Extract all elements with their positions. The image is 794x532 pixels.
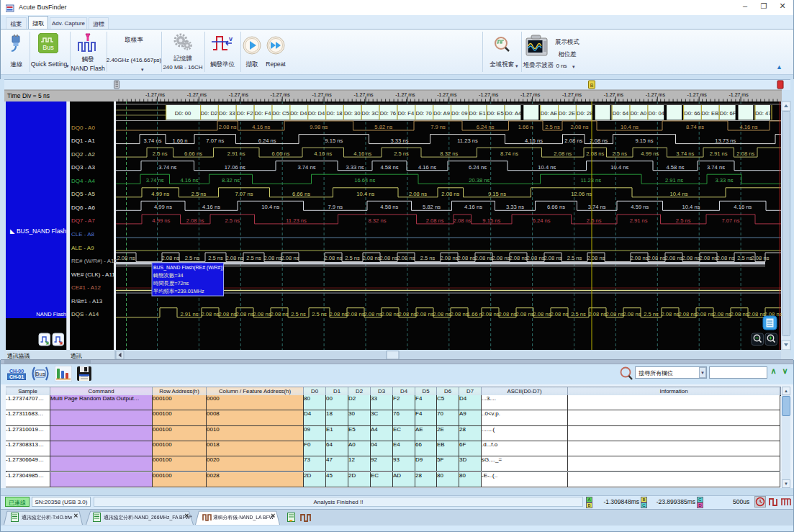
svg-text:9.15 ns: 9.15 ns — [482, 217, 500, 224]
svg-text:D0: 28: D0: 28 — [577, 110, 592, 117]
svg-text:4.99 ns: 4.99 ns — [151, 191, 169, 197]
svg-text:8.32 ns: 8.32 ns — [369, 217, 387, 224]
svg-text:RE# (W/R#) - A10: RE# (W/R#) - A10 — [71, 258, 118, 264]
svg-text:2.08 ns: 2.08 ns — [271, 311, 289, 317]
svg-text:2.08 ns: 2.08 ns — [713, 311, 731, 317]
svg-text:17.06 ns: 17.06 ns — [225, 164, 245, 171]
svg-text:2.08 ns: 2.08 ns — [347, 311, 365, 317]
svg-text:2.08 ns: 2.08 ns — [736, 150, 754, 157]
svg-text:D0: A0: D0: A0 — [630, 110, 646, 117]
svg-text:2.08 ns: 2.08 ns — [748, 311, 766, 317]
svg-text:2.5 ns: 2.5 ns — [571, 311, 586, 317]
svg-text:9.15 ns: 9.15 ns — [488, 191, 506, 197]
svg-text:10.4 ns: 10.4 ns — [670, 191, 688, 197]
svg-text:4.16 ns: 4.16 ns — [740, 124, 758, 130]
svg-text:CH-01: CH-01 — [9, 374, 24, 379]
svg-text:6.24 ns: 6.24 ns — [258, 137, 276, 144]
svg-text:DQS - A14: DQS - A14 — [71, 311, 99, 317]
svg-text:通訊協議: 通訊協議 — [7, 353, 30, 359]
svg-text:-1.27 ms: -1.27 ms — [687, 92, 708, 97]
svg-text:2.08 ns: 2.08 ns — [662, 311, 680, 317]
svg-text:4.58 ns: 4.58 ns — [667, 164, 685, 171]
svg-text:2.5 ns: 2.5 ns — [394, 150, 409, 157]
svg-text:16.64 ns: 16.64 ns — [354, 177, 375, 184]
svg-text:5.82 ns: 5.82 ns — [423, 204, 441, 210]
svg-text:2.91 ns: 2.91 ns — [181, 311, 199, 317]
svg-text:-1.27 ms: -1.27 ms — [479, 92, 499, 97]
svg-text:2.08 ns: 2.08 ns — [325, 255, 343, 261]
svg-text:ALE - A9: ALE - A9 — [71, 245, 94, 251]
svg-text:10.4 ns: 10.4 ns — [682, 204, 700, 210]
svg-text:9.15 ns: 9.15 ns — [325, 137, 343, 144]
svg-text:3.33 ns: 3.33 ns — [506, 204, 524, 210]
svg-text:2.5 ns: 2.5 ns — [225, 217, 240, 224]
svg-text:2.08 ns: 2.08 ns — [516, 311, 534, 317]
svg-text:2.08 ns: 2.08 ns — [731, 311, 749, 317]
svg-text:-1.27 ms: -1.27 ms — [728, 92, 749, 97]
svg-text:2.5 ns: 2.5 ns — [345, 255, 360, 261]
svg-text:2.08 ns: 2.08 ns — [382, 311, 400, 317]
svg-text:通訊: 通訊 — [71, 353, 82, 359]
svg-text:20.38 ns: 20.38 ns — [469, 177, 490, 184]
svg-text:2.08 ns: 2.08 ns — [186, 217, 204, 224]
svg-text:-1.27 ms: -1.27 ms — [187, 92, 207, 97]
svg-text:1.66 n: 1.66 n — [518, 124, 533, 130]
svg-text:2.5 ns: 2.5 ns — [191, 191, 207, 197]
svg-text:CH-00: CH-00 — [9, 369, 24, 374]
svg-text:-1.27 ms: -1.27 ms — [353, 92, 374, 97]
svg-text:D0: 3C: D0: 3C — [361, 110, 379, 117]
svg-text:2.08 ns: 2.08 ns — [623, 311, 641, 317]
svg-text:2.08 ns: 2.08 ns — [451, 311, 469, 317]
svg-text:2.08 ns: 2.08 ns — [264, 255, 282, 261]
svg-text:2.5 ns: 2.5 ns — [545, 124, 560, 130]
svg-text:3.33 ns: 3.33 ns — [716, 177, 734, 184]
svg-text:2.08 ns: 2.08 ns — [554, 150, 572, 157]
svg-text:2.08 ns: 2.08 ns — [551, 311, 569, 317]
svg-text:-1.27 ms: -1.27 ms — [145, 92, 166, 97]
svg-text:7.9 ns: 7.9 ns — [430, 124, 446, 130]
svg-text:7.9 ns: 7.9 ns — [328, 204, 343, 210]
svg-text:3.33 ns: 3.33 ns — [391, 137, 409, 144]
svg-text:-1.27 ms: -1.27 ms — [520, 92, 541, 97]
svg-text:4.16 ns: 4.16 ns — [252, 124, 270, 130]
svg-text:D0: 47: D0: 47 — [755, 110, 771, 117]
svg-text:2.5 ns: 2.5 ns — [567, 255, 582, 261]
svg-text:6.66 ns: 6.66 ns — [547, 204, 565, 210]
svg-text:2.08 ns: 2.08 ns — [586, 150, 604, 157]
svg-text:2.5 ns: 2.5 ns — [587, 217, 602, 224]
svg-text:2.08 ns: 2.08 ns — [648, 255, 666, 261]
svg-text:2.08 ns: 2.08 ns — [544, 255, 562, 261]
svg-text:7.07 ns: 7.07 ns — [235, 191, 253, 197]
svg-text:2.08 ns: 2.08 ns — [441, 255, 459, 261]
svg-text:2.91 ns: 2.91 ns — [630, 217, 648, 224]
svg-text:6.24 ns: 6.24 ns — [477, 124, 495, 130]
svg-text:D0: A4: D0: A4 — [505, 110, 522, 117]
svg-text:2.08 ns: 2.08 ns — [564, 137, 582, 144]
svg-text:D0: 18: D0: 18 — [326, 110, 342, 117]
svg-text:轉態次數=34: 轉態次數=34 — [153, 272, 184, 279]
svg-text:9.98 ns: 9.98 ns — [310, 124, 328, 130]
svg-text:2.5 ns: 2.5 ns — [312, 311, 327, 317]
svg-text:2.08 ns: 2.08 ns — [717, 255, 735, 261]
svg-text:3.74 ns: 3.74 ns — [158, 164, 176, 171]
svg-text:8.32 ns: 8.32 ns — [222, 177, 240, 184]
svg-text:D0: D2: D0: D2 — [201, 110, 218, 117]
svg-text:D0: EB: D0: EB — [701, 110, 718, 117]
svg-text:4.16 ns: 4.16 ns — [734, 204, 752, 210]
svg-text:2.08 ns: 2.08 ns — [426, 217, 444, 224]
svg-text:2.08 ns: 2.08 ns — [454, 217, 472, 224]
svg-text:4.16 ns: 4.16 ns — [314, 150, 332, 157]
svg-text:2.08 ns: 2.08 ns — [631, 255, 649, 261]
svg-text:-1.27 ms: -1.27 ms — [646, 92, 666, 97]
svg-text:D0: E1: D0: E1 — [469, 110, 486, 117]
svg-text:DQ1 - A1: DQ1 - A1 — [71, 137, 95, 144]
svg-text:4.16 ns: 4.16 ns — [353, 150, 371, 157]
svg-text:4.99 ns: 4.99 ns — [641, 150, 659, 157]
svg-text:2.08 ns: 2.08 ns — [700, 255, 718, 261]
svg-text:4.99 ns: 4.99 ns — [152, 217, 170, 224]
svg-text:9.15 ns: 9.15 ns — [636, 137, 654, 144]
svg-text:7.07 ns: 7.07 ns — [722, 217, 740, 224]
svg-text:D0: 64: D0: 64 — [613, 110, 628, 117]
svg-text:10.4 ns: 10.4 ns — [261, 204, 279, 210]
svg-text:-1.27 ms: -1.27 ms — [229, 92, 249, 97]
